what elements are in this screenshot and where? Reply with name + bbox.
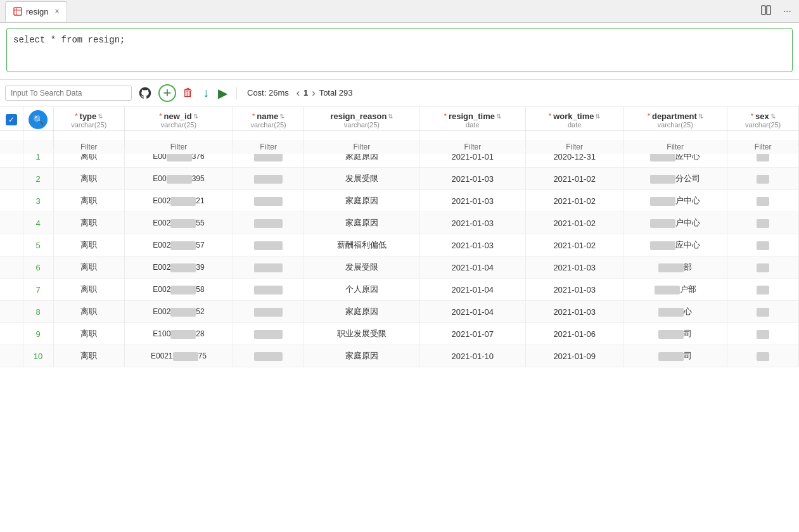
cell-type: 离职 — [53, 234, 125, 256]
sort-icon-sex[interactable]: ⇅ — [770, 113, 776, 120]
row-checkbox[interactable] — [0, 190, 23, 212]
col-header-sex[interactable]: * sex ⇅ varchar(25) — [727, 106, 799, 131]
cell-sex — [727, 234, 799, 256]
search-input[interactable] — [5, 86, 132, 101]
cell-name — [233, 301, 304, 323]
total-info: Total 293 — [319, 88, 353, 98]
col-header-work-time[interactable]: * work_time ⇅ date — [526, 106, 623, 131]
cell-resign-reason: 发展受限 — [304, 256, 419, 279]
cell-new-id: E00239 — [125, 256, 233, 279]
filter-sex[interactable]: Filter — [727, 139, 799, 154]
filter-type[interactable]: Filter — [53, 139, 125, 154]
table-row[interactable]: 6离职E00239发展受限2021-01-042021-01-03部 — [0, 256, 799, 279]
row-checkbox[interactable] — [0, 301, 23, 323]
table-row[interactable]: 8离职E00252家庭原因2021-01-042021-01-03心 — [0, 301, 799, 323]
cell-department: 心 — [623, 301, 727, 323]
cell-resign-time: 2021-01-03 — [419, 234, 526, 256]
filter-resign-reason[interactable]: Filter — [304, 139, 419, 154]
cell-type: 离职 — [53, 256, 125, 279]
cell-resign-time: 2021-01-03 — [419, 212, 526, 234]
cell-type: 离职 — [53, 168, 125, 190]
query-editor[interactable]: select * from resign; — [6, 28, 793, 72]
table-row[interactable]: 3离职E00221家庭原因2021-01-032021-01-02户中心 — [0, 190, 799, 212]
col-header-resign-time[interactable]: * resign_time ⇅ date — [419, 106, 526, 131]
table-row[interactable]: 4离职E00255家庭原因2021-01-032021-01-02户中心 — [0, 212, 799, 234]
table-icon — [13, 7, 22, 16]
cell-work-time: 2021-01-02 — [526, 212, 623, 234]
cell-resign-time: 2021-01-07 — [419, 323, 526, 345]
sort-icon-new-id[interactable]: ⇅ — [193, 113, 198, 120]
cell-sex — [727, 212, 799, 234]
cell-department: 户部 — [623, 279, 727, 301]
col-header-resign-reason[interactable]: resign_reason ⇅ varchar(25) — [304, 106, 419, 131]
sort-icon-resign-reason[interactable]: ⇅ — [388, 113, 393, 120]
cell-name — [233, 168, 304, 190]
next-page-button[interactable]: › — [312, 87, 315, 99]
download-button[interactable]: ↓ — [200, 84, 212, 101]
row-checkbox[interactable] — [0, 256, 23, 279]
row-checkbox[interactable] — [0, 345, 23, 367]
sort-icon-work-time[interactable]: ⇅ — [595, 113, 600, 120]
tab-close-button[interactable]: × — [54, 7, 59, 16]
svg-rect-3 — [762, 6, 765, 15]
checkbox-header[interactable]: ✓ — [0, 106, 23, 131]
add-row-button[interactable]: + — [158, 84, 176, 102]
page-number: 1 — [304, 88, 308, 98]
data-table-container: ✓ 🔍 * type ⇅ varchar(25) — [0, 106, 799, 532]
cell-resign-reason: 家庭原因 — [304, 190, 419, 212]
col-header-name[interactable]: * name ⇅ varchar(25) — [233, 106, 304, 131]
cell-department: 司 — [623, 323, 727, 345]
delete-row-button[interactable]: 🗑 — [180, 85, 196, 101]
row-checkbox[interactable] — [0, 279, 23, 301]
row-checkbox[interactable] — [0, 234, 23, 256]
filter-name[interactable]: Filter — [233, 139, 304, 154]
cell-resign-time: 2021-01-10 — [419, 345, 526, 367]
table-row[interactable]: 5离职E00257薪酬福利偏低2021-01-032021-01-02应中心 — [0, 234, 799, 256]
row-checkbox[interactable] — [0, 212, 23, 234]
cell-resign-reason: 家庭原因 — [304, 301, 419, 323]
table-row[interactable]: 9离职E10028职业发展受限2021-01-072021-01-06司 — [0, 323, 799, 345]
cell-name — [233, 256, 304, 279]
run-query-button[interactable]: ▶ — [215, 84, 230, 102]
cell-name — [233, 212, 304, 234]
cell-sex — [727, 323, 799, 345]
filter-work-time[interactable]: Filter — [526, 139, 623, 154]
more-button[interactable]: ··· — [781, 4, 794, 18]
cell-name — [233, 279, 304, 301]
prev-page-button[interactable]: ‹ — [297, 87, 300, 99]
sort-icon-name[interactable]: ⇅ — [279, 113, 284, 120]
cell-new-id: E10028 — [125, 323, 233, 345]
cell-new-id: E00258 — [125, 279, 233, 301]
row-checkbox[interactable] — [0, 323, 23, 345]
cell-sex — [727, 256, 799, 279]
table-row[interactable]: 10离职E002175家庭原因2021-01-102021-01-09司 — [0, 345, 799, 367]
filter-row: Filter Filter Filter Filter Filter Filte… — [0, 131, 799, 146]
svg-rect-0 — [14, 8, 22, 15]
col-header-new-id[interactable]: * new_id ⇅ varchar(25) — [125, 106, 233, 131]
filter-department[interactable]: Filter — [623, 139, 727, 154]
filter-resign-time[interactable]: Filter — [419, 139, 526, 154]
svg-rect-4 — [767, 6, 770, 15]
table-row[interactable]: 2离职E00395发展受限2021-01-032021-01-02分公司 — [0, 168, 799, 190]
sort-icon-department[interactable]: ⇅ — [698, 113, 703, 120]
tab-resign[interactable]: resign × — [5, 1, 67, 22]
cell-type: 离职 — [53, 301, 125, 323]
tab-title: resign — [26, 7, 48, 16]
filter-new-id[interactable]: Filter — [125, 139, 233, 154]
sort-icon-type[interactable]: ⇅ — [98, 113, 103, 120]
search-header[interactable]: 🔍 — [23, 106, 53, 131]
table-row[interactable]: 7离职E00258个人原因2021-01-042021-01-03户部 — [0, 279, 799, 301]
cell-resign-time: 2021-01-04 — [419, 301, 526, 323]
cell-resign-reason: 家庭原因 — [304, 212, 419, 234]
row-checkbox[interactable] — [0, 168, 23, 190]
cell-resign-reason: 职业发展受限 — [304, 323, 419, 345]
cell-work-time: 2021-01-03 — [526, 256, 623, 279]
github-button[interactable] — [136, 85, 155, 101]
col-header-department[interactable]: * department ⇅ varchar(25) — [623, 106, 727, 131]
cell-resign-time: 2021-01-03 — [419, 168, 526, 190]
cell-department: 户中心 — [623, 212, 727, 234]
sort-icon-resign-time[interactable]: ⇅ — [496, 113, 501, 120]
col-header-type[interactable]: * type ⇅ varchar(25) — [53, 106, 125, 131]
cell-sex — [727, 345, 799, 367]
layout-button[interactable] — [758, 3, 774, 20]
